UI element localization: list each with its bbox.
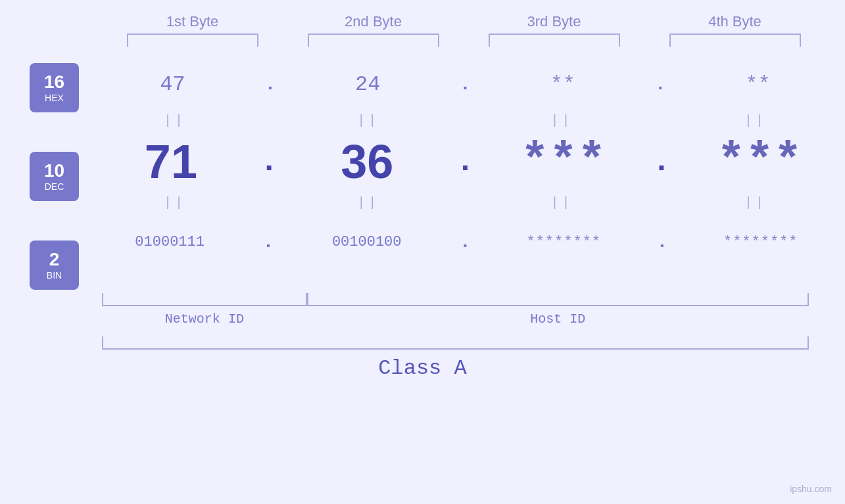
hex-number: 16 <box>44 72 64 93</box>
bottom-section: Network ID Host ID <box>0 293 845 327</box>
dot-dec-1: . <box>260 144 279 179</box>
sep-row-1: || || || || <box>85 109 845 132</box>
bracket-byte2 <box>308 34 439 47</box>
hex-b4: ** <box>692 72 824 97</box>
byte3-header: 3rd Byte <box>479 13 630 30</box>
byte4-header: 4th Byte <box>660 13 811 30</box>
host-id-label: Host ID <box>307 311 809 327</box>
bin-number: 2 <box>49 250 60 270</box>
bin-badge: 2 BIN <box>30 241 79 290</box>
bracket-byte3 <box>489 34 620 47</box>
dec-number: 10 <box>44 161 64 181</box>
main-container: 1st Byte 2nd Byte 3rd Byte 4th Byte 16 H… <box>0 0 845 504</box>
content-area: 16 HEX 10 DEC 2 BIN 47 . 24 . ** . ** <box>0 57 845 290</box>
byte-headers: 1st Byte 2nd Byte 3rd Byte 4th Byte <box>0 13 845 30</box>
big-bracket-row <box>0 336 845 350</box>
big-bracket <box>102 336 809 350</box>
sep1-b2: || <box>293 113 444 128</box>
dot-bin-3: . <box>654 232 671 252</box>
bin-b4: ******** <box>695 234 827 250</box>
class-label: Class A <box>0 356 845 380</box>
dec-b1: 71 <box>105 135 237 189</box>
sep2-b1: || <box>99 195 251 210</box>
bracket-byte4 <box>669 34 801 47</box>
dec-b3: *** <box>498 135 629 189</box>
hex-badge: 16 HEX <box>30 63 79 112</box>
bin-label: BIN <box>47 270 62 281</box>
watermark: ipshu.com <box>790 484 832 494</box>
hex-b1: 47 <box>107 72 238 97</box>
hex-b2: 24 <box>302 72 433 97</box>
hex-b3: ** <box>497 72 629 97</box>
sep2-b3: || <box>487 195 638 210</box>
byte1-header: 1st Byte <box>117 13 268 30</box>
bin-b1: 01000111 <box>104 234 235 250</box>
dot-hex-3: . <box>655 74 666 95</box>
dot-bin-1: . <box>260 232 278 252</box>
dot-dec-3: . <box>652 144 671 179</box>
sep2-b4: || <box>680 195 831 210</box>
network-id-bracket <box>102 293 307 306</box>
bin-b2: 00100100 <box>301 234 433 250</box>
host-id-bracket <box>307 293 809 306</box>
sep1-b1: || <box>99 113 251 128</box>
bin-b3: ******** <box>498 234 629 250</box>
dot-hex-1: . <box>264 74 276 95</box>
dec-b4: *** <box>694 135 825 189</box>
bin-row: 01000111 . 00100100 . ******** . *******… <box>85 218 845 267</box>
dec-label: DEC <box>45 181 64 192</box>
top-brackets <box>0 34 845 47</box>
dec-row: 71 . 36 . *** . *** <box>85 132 845 191</box>
sep1-b3: || <box>487 113 638 128</box>
dec-b2: 36 <box>301 135 433 189</box>
hex-label: HEX <box>45 93 64 103</box>
dot-bin-2: . <box>456 232 474 252</box>
byte2-header: 2nd Byte <box>298 13 449 30</box>
bracket-byte1 <box>127 34 258 47</box>
sep1-b4: || <box>680 113 831 128</box>
network-id-label: Network ID <box>102 311 307 327</box>
left-labels: 16 HEX 10 DEC 2 BIN <box>0 63 85 290</box>
id-labels-row: Network ID Host ID <box>102 311 809 327</box>
dot-hex-2: . <box>460 74 471 95</box>
sep-row-2: || || || || <box>85 191 845 214</box>
dot-dec-2: . <box>456 144 475 179</box>
hex-row: 47 . 24 . ** . ** <box>85 60 845 109</box>
values-grid: 47 . 24 . ** . ** || || || || 71 <box>85 57 845 290</box>
bottom-bracket-flex <box>102 293 809 306</box>
dec-badge: 10 DEC <box>30 152 79 201</box>
sep2-b2: || <box>293 195 444 210</box>
